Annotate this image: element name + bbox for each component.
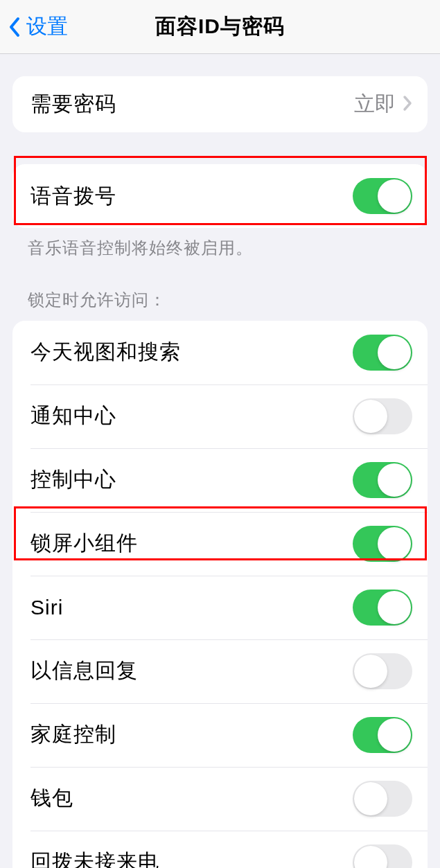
reply-with-message-toggle[interactable] [353, 653, 412, 689]
return-missed-calls-toggle[interactable] [353, 844, 412, 868]
row-label: Siri [30, 596, 63, 619]
require-passcode-row[interactable]: 需要密码 立即 [12, 76, 428, 132]
chevron-left-icon [7, 15, 22, 39]
row-label: 回拨未接来电 [30, 848, 159, 868]
notification-center-toggle[interactable] [353, 398, 412, 434]
row-label: 控制中心 [30, 466, 116, 494]
group-voice-dial: 语音拨号 [12, 164, 428, 228]
lock-widgets-toggle[interactable] [353, 526, 412, 562]
row-label: 家庭控制 [30, 720, 116, 749]
today-view-toggle[interactable] [353, 335, 412, 371]
siri-toggle[interactable] [353, 590, 412, 626]
lock-widgets-row: 锁屏小组件 [12, 512, 428, 576]
control-center-toggle[interactable] [353, 462, 412, 498]
return-missed-calls-row: 回拨未接来电 [12, 831, 428, 868]
row-value: 立即 [354, 90, 396, 118]
navigation-bar: 设置 面容ID与密码 [0, 0, 440, 54]
content: 需要密码 立即 语音拨号 音乐语音控制将始终被启用。 锁定时允许访问： 今天视图… [0, 76, 440, 868]
chevron-right-icon [403, 95, 412, 114]
wallet-row: 钱包 [12, 767, 428, 831]
siri-row: Siri [12, 576, 428, 639]
home-control-toggle[interactable] [353, 717, 412, 753]
today-view-row: 今天视图和搜索 [12, 321, 428, 384]
row-label: 语音拨号 [30, 182, 116, 211]
back-button[interactable]: 设置 [7, 12, 68, 41]
row-label: 钱包 [30, 784, 73, 813]
section-header-lock-access: 锁定时允许访问： [0, 260, 440, 311]
row-label: 以信息回复 [30, 657, 138, 685]
row-label: 通知中心 [30, 402, 116, 430]
row-label: 锁屏小组件 [30, 529, 138, 558]
reply-with-message-row: 以信息回复 [12, 639, 428, 703]
group-lock-access: 今天视图和搜索通知中心控制中心锁屏小组件Siri以信息回复家庭控制钱包回拨未接来… [12, 321, 428, 868]
row-label: 今天视图和搜索 [30, 338, 181, 366]
row-label: 需要密码 [30, 90, 116, 118]
voice-dial-row: 语音拨号 [12, 164, 428, 228]
wallet-toggle[interactable] [353, 781, 412, 817]
home-control-row: 家庭控制 [12, 703, 428, 767]
control-center-row: 控制中心 [12, 448, 428, 512]
group-passcode: 需要密码 立即 [12, 76, 428, 132]
notification-center-row: 通知中心 [12, 384, 428, 448]
voice-dial-caption: 音乐语音控制将始终被启用。 [0, 228, 440, 260]
back-label: 设置 [26, 12, 68, 41]
voice-dial-toggle[interactable] [353, 178, 412, 214]
